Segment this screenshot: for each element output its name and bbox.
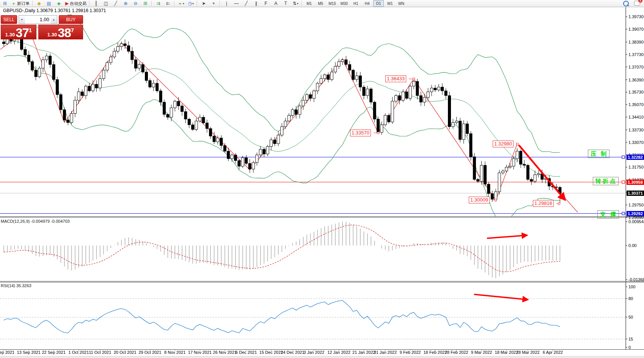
candle-chart-icon: ◫ (104, 1, 108, 6)
turning-point-label[interactable]: 转折点 (593, 177, 619, 185)
svg-text:100: 100 (628, 285, 635, 289)
timeframe-button-m30[interactable]: M30 (339, 0, 350, 7)
price-callout-label[interactable]: 1.30009 (469, 197, 490, 203)
line-chart-icon[interactable]: ╱ (111, 0, 120, 7)
zoom-out-icon: ⊖ (134, 1, 137, 6)
vertical-line-icon: | (226, 1, 227, 6)
buy-price-big: 38 (58, 27, 71, 39)
text-label-icon[interactable]: T (281, 0, 290, 7)
timeframe-button-m1[interactable]: M1 (304, 0, 314, 7)
volume-up-button[interactable]: ▲ (51, 16, 57, 23)
sell-price-pip: 1 (29, 27, 32, 33)
tile-windows-icon[interactable]: ⊞ (141, 0, 150, 7)
trendline-icon[interactable]: ╱ (242, 0, 251, 7)
main-toolbar: ⊞＋新订单◆▤◈▶自动交易║◫╱⊕⊖⊞⇉⇇＋▾◷▾➤+|—╱∥FAT⇅▾M1M5… (0, 0, 644, 7)
price-callout-label[interactable]: 1.33570 (350, 130, 371, 136)
buy-button[interactable]: BUY (59, 15, 83, 24)
svg-text:8 Nov 2021: 8 Nov 2021 (164, 350, 185, 355)
svg-text:0.00: 0.00 (628, 243, 636, 248)
chart-window-icon[interactable]: ⊞ (0, 0, 9, 7)
price-callout-label[interactable]: 1.32980 (493, 141, 514, 147)
window-bottom-edge (0, 356, 644, 358)
trend-arrow (487, 235, 527, 238)
timeframe-button-w1[interactable]: W1 (385, 0, 395, 7)
svg-text:50: 50 (628, 315, 633, 319)
sell-price-quote[interactable]: 1.30371 (1, 25, 36, 39)
horizontal-line-icon[interactable]: — (232, 0, 241, 7)
arrows-icon[interactable]: ⇅▾ (291, 0, 300, 7)
buy-price-quote[interactable]: 1.30387 (38, 25, 83, 39)
indicators-icon[interactable]: ＋▾ (176, 0, 185, 7)
svg-text:3 Jan 2022: 3 Jan 2022 (304, 350, 324, 355)
axis-price-label: 1.32282 (627, 155, 644, 160)
navigator-icon[interactable]: ◈ (54, 0, 63, 7)
toolbar-separator (32, 1, 33, 6)
fibonacci-icon[interactable]: F (261, 0, 270, 7)
periods-icon[interactable]: ◷▾ (186, 0, 195, 7)
market-watch-icon[interactable]: ◆ (35, 0, 44, 7)
chevron-down-icon[interactable]: ▾ (192, 2, 194, 5)
text-icon: A (274, 1, 277, 6)
timeframe-button-h1[interactable]: H1 (350, 0, 361, 7)
bar-chart-icon[interactable]: ║ (91, 0, 101, 7)
svg-text:0: 0 (628, 345, 631, 350)
zoom-in-icon[interactable]: ⊕ (121, 0, 130, 7)
price-callout-label[interactable]: 1.29816 (533, 200, 554, 207)
svg-text:17 Nov 2021: 17 Nov 2021 (188, 350, 212, 355)
resistance-label[interactable]: 压 制 (588, 150, 609, 158)
sell-button[interactable]: SELL (1, 15, 17, 24)
vertical-line-icon[interactable]: | (222, 0, 231, 7)
support-label[interactable]: 支 撑 (597, 210, 619, 219)
volume-input[interactable] (25, 16, 51, 23)
new-order-button-label: 新订单 (17, 1, 30, 6)
toolbar-separator (174, 1, 175, 6)
search-icon[interactable] (623, 1, 629, 6)
svg-text:80: 80 (628, 296, 633, 301)
timeframe-button-mn[interactable]: MN (396, 0, 407, 7)
svg-text:28 Feb 2022: 28 Feb 2022 (445, 350, 468, 355)
svg-text:1 Oct 2021: 1 Oct 2021 (68, 350, 89, 355)
timeframe-button-m5[interactable]: M5 (315, 0, 326, 7)
volume-down-button[interactable]: ▼ (19, 16, 25, 23)
crosshair-icon[interactable]: + (209, 0, 218, 7)
svg-text:-0.013684: -0.013684 (628, 277, 644, 282)
svg-text:1.37070: 1.37070 (628, 65, 644, 69)
timeframe-button-m15[interactable]: M15 (327, 0, 338, 7)
trend-arrow (474, 294, 528, 300)
text-label-icon: T (284, 1, 287, 6)
volume-stepper: ▼ ▲ (19, 15, 57, 24)
svg-text:9 Feb 2022: 9 Feb 2022 (400, 350, 421, 355)
data-window-icon[interactable]: ▤ (44, 0, 53, 7)
fibonacci-icon: F (265, 1, 267, 6)
chevron-down-icon[interactable]: ▾ (297, 2, 298, 5)
svg-text:28 Mar 2022: 28 Mar 2022 (516, 350, 540, 355)
svg-text:20 Oct 2021: 20 Oct 2021 (114, 350, 137, 355)
autotrading-button: ▶ (65, 1, 69, 6)
price-chart-canvas[interactable]: 1.397301.390701.383901.377301.370701.363… (0, 0, 644, 358)
svg-text:1.33730: 1.33730 (628, 128, 644, 132)
toolbar-separator (302, 1, 302, 6)
timeframe-button-d1[interactable]: D1 (373, 0, 384, 7)
timeframe-button-h4[interactable]: H4 (362, 0, 372, 7)
text-icon[interactable]: A (271, 0, 280, 7)
svg-text:29 Oct 2021: 29 Oct 2021 (138, 350, 161, 355)
price-callout-label[interactable]: 1.36433 (385, 75, 406, 82)
one-click-trading-panel: SELL ▼ ▲ BUY 1.30371 1.30387 (1, 15, 83, 39)
cursor-icon[interactable]: ➤ (199, 0, 208, 7)
new-order-button[interactable]: ＋新订单 (10, 0, 31, 7)
bollinger-lower-band (4, 55, 560, 220)
auto-scroll-icon[interactable]: ⇉ (154, 0, 163, 7)
candle-chart-icon[interactable]: ◫ (101, 0, 110, 7)
buy-price-prefix: 1.30 (47, 32, 57, 38)
zoom-in-icon: ⊕ (124, 1, 127, 6)
autotrading-button[interactable]: ▶自动交易 (64, 0, 88, 7)
chevron-down-icon[interactable]: ▾ (183, 2, 184, 5)
channel-icon[interactable]: ∥ (251, 0, 261, 7)
line-chart-icon: ╱ (115, 1, 117, 6)
zoom-out-icon[interactable]: ⊖ (131, 0, 140, 7)
chat-icon[interactable]: 1 (634, 1, 640, 6)
navigator-icon: ◈ (57, 1, 60, 6)
svg-text:1.37730: 1.37730 (628, 52, 644, 57)
chart-shift-icon[interactable]: ⇇ (163, 0, 173, 7)
cursor-icon: ➤ (202, 1, 206, 6)
